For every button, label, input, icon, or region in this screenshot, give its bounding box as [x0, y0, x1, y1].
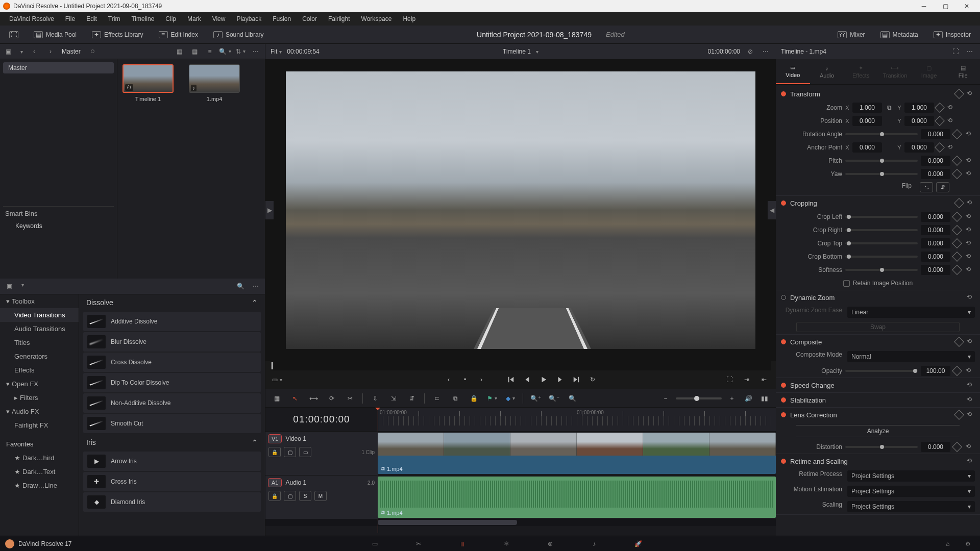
- edit-index-toggle[interactable]: ≡Edit Index: [155, 29, 202, 40]
- audio-clip[interactable]: ⧉1.mp4: [378, 477, 776, 518]
- flag-button[interactable]: ⚑: [486, 392, 498, 405]
- reset-icon[interactable]: ⟲: [966, 213, 974, 221]
- fx-audiofx[interactable]: ▾Audio FX: [0, 405, 79, 418]
- reset-icon[interactable]: ⟲: [966, 266, 974, 274]
- menu-color[interactable]: Color: [297, 13, 322, 24]
- enable-dot-icon[interactable]: [781, 91, 786, 96]
- distortion-input[interactable]: 0.000: [921, 442, 950, 452]
- window-close-button[interactable]: ✕: [957, 1, 977, 12]
- zoom-out-button[interactable]: −: [659, 392, 672, 405]
- fx-panel-collapse-icon[interactable]: ▣: [4, 281, 14, 291]
- metadata-toggle[interactable]: ▤Metadata: [876, 29, 922, 40]
- retime-process-select[interactable]: Project Settings▾: [847, 470, 975, 482]
- viewer-fit-dropdown[interactable]: Fit: [271, 48, 282, 55]
- reset-icon[interactable]: ⟲: [967, 381, 975, 389]
- viewer-expand-right-icon[interactable]: ◀: [768, 201, 776, 219]
- fx-options-icon[interactable]: ⋯: [251, 281, 261, 291]
- bin-list-icon[interactable]: ▣: [4, 47, 12, 56]
- menu-help[interactable]: Help: [398, 13, 421, 24]
- flip-v-button[interactable]: ⇵: [936, 182, 949, 192]
- inspector-body[interactable]: Transform ⟲ Zoom X1.000 ⧉ Y1.000 ⟲ Posit…: [776, 85, 980, 536]
- enable-dot-icon[interactable]: [781, 339, 786, 344]
- track-mute-button[interactable]: M: [314, 491, 327, 501]
- inspector-options-icon[interactable]: ⋯: [965, 46, 975, 57]
- bin-master[interactable]: Master: [3, 62, 114, 73]
- view-metadata-icon[interactable]: ▦: [174, 46, 184, 57]
- prev-frame-button[interactable]: [521, 373, 534, 386]
- window-minimize-button[interactable]: ─: [914, 1, 934, 12]
- reset-icon[interactable]: ⟲: [966, 130, 974, 138]
- analyze-button[interactable]: Analyze: [796, 425, 960, 437]
- section-retime-scaling[interactable]: Retime and Scaling⟲: [776, 454, 980, 468]
- clip-thumb-1mp4[interactable]: ♪ 1.mp4: [189, 64, 240, 102]
- crop-top-slider[interactable]: [845, 242, 918, 244]
- menu-file[interactable]: File: [60, 13, 80, 24]
- section-cropping[interactable]: Cropping ⟲: [776, 196, 980, 210]
- reset-icon[interactable]: ⟲: [966, 253, 974, 261]
- fx-titles[interactable]: Titles: [0, 336, 79, 349]
- enable-dot-icon[interactable]: [781, 201, 786, 206]
- lock-button[interactable]: 🔒: [468, 392, 480, 405]
- timeline-scrollbar[interactable]: [265, 519, 776, 526]
- page-color-icon[interactable]: ⊚: [544, 539, 557, 548]
- reset-icon[interactable]: ⟲: [967, 338, 975, 346]
- video-track-header[interactable]: V1 Video 1 🔒 ▢ ▭ 1 Clip: [265, 432, 378, 475]
- next-frame-button[interactable]: [553, 373, 567, 386]
- track-auto-select-button[interactable]: ▢: [284, 447, 296, 457]
- keyframe-icon[interactable]: [952, 129, 962, 139]
- fx-fav-item[interactable]: ★ Draw…Line: [0, 479, 79, 492]
- page-fusion-icon[interactable]: ⚛: [500, 539, 513, 548]
- motion-est-select[interactable]: Project Settings▾: [847, 486, 975, 497]
- dz-ease-select[interactable]: Linear▾: [847, 307, 975, 318]
- page-cut-icon[interactable]: ✂: [412, 539, 425, 548]
- softness-input[interactable]: 0.000: [921, 265, 950, 275]
- fx-fav-item[interactable]: ★ Dark…Text: [0, 465, 79, 479]
- distortion-slider[interactable]: [845, 446, 918, 448]
- last-frame-button[interactable]: [570, 373, 583, 386]
- fx-group-dissolve[interactable]: Dissolve⌃: [79, 294, 265, 311]
- nav-fwd-button[interactable]: ›: [45, 46, 56, 57]
- reset-icon[interactable]: ⟲: [967, 90, 975, 98]
- fx-cross-dissolve[interactable]: Cross Dissolve: [83, 353, 261, 372]
- page-fairlight-icon[interactable]: ♪: [587, 539, 601, 548]
- keyframe-icon[interactable]: [952, 366, 962, 376]
- viewer-scrubber[interactable]: [271, 361, 771, 370]
- reset-icon[interactable]: ⟲: [966, 443, 974, 451]
- overwrite-clip-button[interactable]: ⇲: [387, 392, 400, 405]
- reset-icon[interactable]: ⟲: [966, 367, 974, 375]
- reset-icon[interactable]: ⟲: [947, 143, 955, 152]
- first-frame-button[interactable]: [504, 373, 518, 386]
- menu-fusion[interactable]: Fusion: [267, 13, 296, 24]
- timeline-timecode[interactable]: 01:00:00:00: [265, 408, 378, 431]
- enable-dot-icon[interactable]: [781, 295, 786, 300]
- reset-icon[interactable]: ⟲: [947, 117, 955, 125]
- keyframe-icon[interactable]: [952, 225, 962, 235]
- track-tag-v1[interactable]: V1: [268, 435, 281, 443]
- keyframe-icon[interactable]: [935, 103, 945, 113]
- search-button[interactable]: 🔍: [220, 46, 230, 57]
- audio-track-header[interactable]: A1 Audio 1 2.0 🔒 ▢ S M: [265, 475, 378, 519]
- trim-tool[interactable]: ⟷: [307, 392, 320, 405]
- keyframe-icon[interactable]: [952, 156, 962, 166]
- viewer-canvas[interactable]: ▶ ◀: [265, 59, 776, 361]
- fx-dropdown-icon[interactable]: [19, 281, 24, 291]
- window-maximize-button[interactable]: ▢: [935, 1, 955, 12]
- menu-mark[interactable]: Mark: [182, 13, 206, 24]
- fx-smooth-cut[interactable]: Smooth Cut: [83, 414, 261, 433]
- timeline-ruler[interactable]: 01:00:00:00 01:00:08:00: [378, 408, 776, 431]
- reset-icon[interactable]: ⟲: [947, 104, 955, 112]
- inspector-expand-icon[interactable]: ⛶: [950, 46, 961, 57]
- fx-effects[interactable]: Effects: [0, 363, 79, 377]
- media-pool-toggle[interactable]: ▤Media Pool: [30, 29, 81, 40]
- menu-trim[interactable]: Trim: [103, 13, 126, 24]
- reset-icon[interactable]: ⟲: [966, 226, 974, 234]
- fx-group-iris[interactable]: Iris⌃: [79, 434, 265, 450]
- rotation-slider[interactable]: [845, 133, 918, 135]
- pitch-input[interactable]: 0.000: [921, 156, 950, 166]
- reset-icon[interactable]: ⟲: [967, 293, 975, 302]
- track-lock-button[interactable]: 🔒: [268, 491, 281, 501]
- nav-back-button[interactable]: ‹: [29, 46, 39, 57]
- menu-edit[interactable]: Edit: [81, 13, 102, 24]
- zoom-to-fit-button[interactable]: 🔍⁺: [529, 392, 542, 405]
- section-lens-correction[interactable]: Lens Correction⟲: [776, 408, 980, 422]
